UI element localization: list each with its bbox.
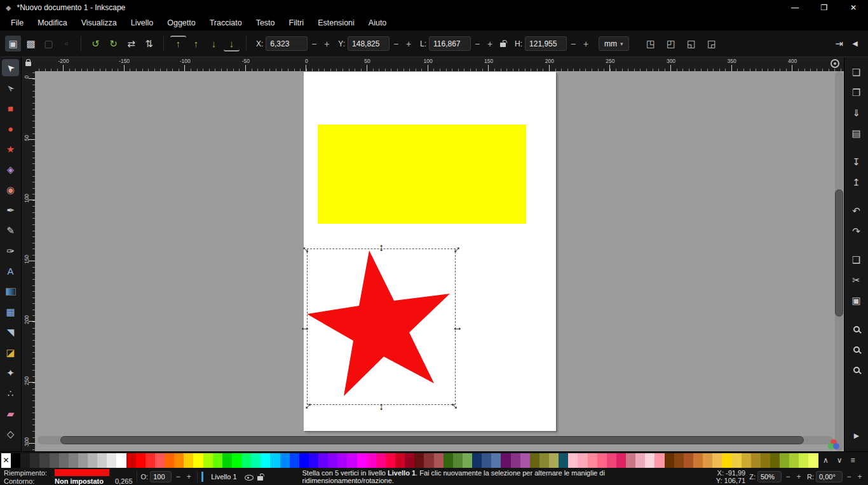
height-plus-button[interactable]: + bbox=[580, 36, 592, 51]
color-swatch[interactable] bbox=[453, 453, 463, 468]
zoom-minus-button[interactable]: − bbox=[783, 472, 792, 481]
color-swatch[interactable] bbox=[742, 453, 751, 468]
move-gradients-toggle[interactable]: ◱ bbox=[684, 36, 700, 51]
zoom-page-button[interactable] bbox=[848, 342, 865, 357]
zoom-correction-icon[interactable] bbox=[831, 59, 839, 68]
import-button[interactable]: ↧ bbox=[848, 154, 865, 169]
color-management-icon[interactable] bbox=[828, 439, 839, 449]
duplicate-button[interactable]: ❑ bbox=[848, 252, 865, 267]
eraser-tool[interactable]: ▰ bbox=[2, 405, 19, 422]
color-swatch[interactable] bbox=[270, 453, 280, 468]
flip-vertical-button[interactable]: ⇅ bbox=[141, 36, 157, 51]
color-swatch[interactable] bbox=[309, 453, 318, 468]
calligraphy-tool[interactable]: ✑ bbox=[2, 242, 19, 259]
color-swatch[interactable] bbox=[261, 453, 270, 468]
color-swatch[interactable] bbox=[511, 453, 520, 468]
deselect-button[interactable]: ▢ bbox=[41, 36, 57, 51]
height-minus-button[interactable]: − bbox=[567, 36, 580, 51]
color-swatch[interactable] bbox=[97, 453, 107, 468]
y-plus-button[interactable]: + bbox=[402, 36, 415, 51]
color-swatch[interactable] bbox=[146, 453, 155, 468]
print-button[interactable]: ▤ bbox=[848, 126, 865, 140]
color-swatch[interactable] bbox=[424, 453, 433, 468]
flip-horizontal-button[interactable]: ⇄ bbox=[123, 36, 139, 51]
color-swatch[interactable] bbox=[684, 453, 693, 468]
snap-controls-button[interactable]: ⇥ bbox=[831, 36, 847, 51]
menu-visualizza[interactable]: Visualizza bbox=[74, 17, 124, 29]
color-swatch[interactable] bbox=[318, 453, 328, 468]
color-swatch[interactable] bbox=[232, 453, 241, 468]
selector-tool[interactable]: ➤ bbox=[2, 59, 19, 76]
color-swatch[interactable] bbox=[395, 453, 405, 468]
lower-to-bottom-button[interactable]: ↓ bbox=[224, 36, 240, 51]
guide-lock-icon[interactable] bbox=[25, 62, 31, 66]
width-minus-button[interactable]: − bbox=[471, 36, 484, 51]
color-swatch[interactable] bbox=[50, 453, 59, 468]
undo-button[interactable]: ↶ bbox=[848, 203, 865, 218]
color-swatch[interactable] bbox=[578, 453, 587, 468]
color-swatch[interactable] bbox=[654, 453, 664, 468]
rotate-ccw-button[interactable]: ↺ bbox=[88, 36, 104, 51]
star-tool[interactable]: ★ bbox=[2, 140, 19, 158]
select-all-layers-button[interactable]: ▩ bbox=[23, 36, 39, 51]
color-swatch[interactable] bbox=[386, 453, 395, 468]
canvas[interactable]: ↔↕↔↔↔↔↕↔ bbox=[35, 71, 844, 451]
lower-button[interactable]: ↓ bbox=[206, 36, 222, 51]
color-swatch[interactable] bbox=[174, 453, 184, 468]
color-swatch[interactable] bbox=[126, 453, 136, 468]
width-plus-button[interactable]: + bbox=[484, 36, 496, 51]
color-swatch[interactable] bbox=[193, 453, 203, 468]
color-swatch[interactable] bbox=[222, 453, 232, 468]
color-swatch[interactable] bbox=[597, 453, 607, 468]
fill-color-swatch[interactable] bbox=[55, 469, 109, 476]
commands-expand-button[interactable]: ▶ bbox=[844, 432, 868, 440]
scale-handle-e[interactable]: ↔ bbox=[452, 322, 463, 332]
color-swatch[interactable] bbox=[607, 453, 616, 468]
color-swatch[interactable] bbox=[59, 453, 69, 468]
palette-menu-button[interactable]: ≡ bbox=[851, 456, 855, 465]
layer-lock-icon[interactable] bbox=[257, 476, 263, 481]
color-swatch[interactable] bbox=[69, 453, 78, 468]
color-swatch[interactable] bbox=[203, 453, 213, 468]
tweak-tool[interactable]: ✦ bbox=[2, 364, 19, 381]
menu-file[interactable]: File bbox=[4, 17, 31, 29]
opacity-minus-button[interactable]: − bbox=[173, 472, 182, 481]
width-input[interactable]: 116,867 bbox=[429, 36, 471, 51]
dropper-tool[interactable]: ◥ bbox=[2, 324, 19, 341]
color-swatch[interactable] bbox=[11, 453, 20, 468]
redo-button[interactable]: ↷ bbox=[848, 224, 865, 238]
text-tool[interactable]: A bbox=[2, 263, 19, 280]
vruler[interactable]: 050100150200250300 bbox=[22, 71, 35, 451]
x-plus-button[interactable]: + bbox=[320, 36, 333, 51]
color-swatch[interactable] bbox=[549, 453, 559, 468]
pen-tool[interactable]: ✒ bbox=[2, 202, 19, 219]
ratio-lock-button[interactable] bbox=[500, 40, 506, 47]
color-swatch[interactable] bbox=[703, 453, 712, 468]
horizontal-scrollbar-thumb[interactable] bbox=[60, 436, 804, 444]
color-swatch[interactable] bbox=[693, 453, 703, 468]
color-swatch[interactable] bbox=[761, 453, 770, 468]
pencil-tool[interactable]: ✎ bbox=[2, 222, 19, 239]
connector-tool[interactable]: ◇ bbox=[2, 425, 19, 442]
color-swatch[interactable] bbox=[780, 453, 789, 468]
spray-tool[interactable]: ∴ bbox=[2, 385, 19, 402]
rotation-plus-button[interactable]: + bbox=[855, 472, 864, 481]
rotate-cw-button[interactable]: ↻ bbox=[105, 36, 121, 51]
cut-button[interactable]: ✂ bbox=[848, 273, 865, 287]
color-swatch[interactable] bbox=[444, 453, 453, 468]
color-swatch[interactable] bbox=[78, 453, 88, 468]
color-swatch[interactable] bbox=[165, 453, 174, 468]
mesh-tool[interactable]: ▦ bbox=[2, 303, 19, 320]
maximize-button[interactable]: ❐ bbox=[810, 0, 839, 15]
yellow-rectangle-object[interactable] bbox=[318, 125, 526, 224]
color-swatch[interactable] bbox=[808, 453, 818, 468]
color-swatch[interactable] bbox=[731, 453, 741, 468]
vertical-scrollbar[interactable] bbox=[835, 71, 843, 451]
menu-aiuto[interactable]: Aiuto bbox=[362, 17, 394, 29]
box3d-tool[interactable]: ◈ bbox=[2, 161, 19, 178]
menu-modifica[interactable]: Modifica bbox=[31, 17, 74, 29]
color-swatch[interactable] bbox=[588, 453, 597, 468]
color-swatch[interactable] bbox=[501, 453, 510, 468]
select-all-button[interactable]: ▣ bbox=[5, 36, 21, 51]
color-swatch[interactable] bbox=[20, 453, 30, 468]
